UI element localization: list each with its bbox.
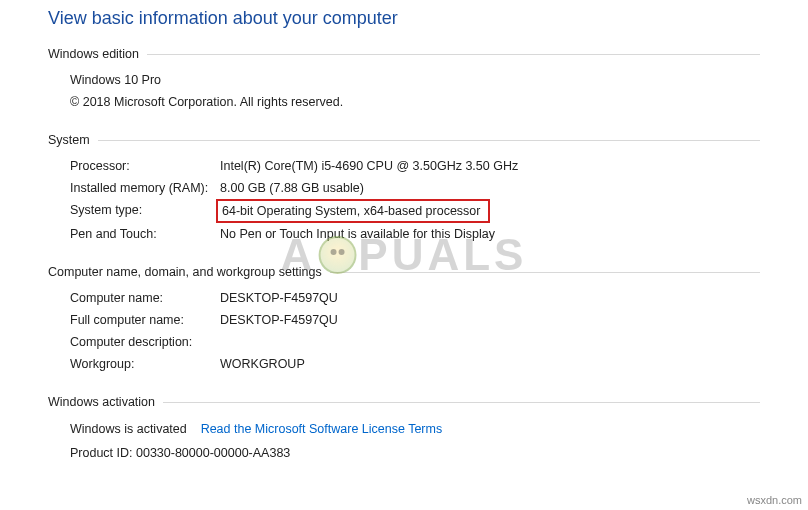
system-type-value: 64-bit Operating System, x64-based proce…	[216, 199, 490, 223]
pen-touch-value: No Pen or Touch Input is available for t…	[220, 223, 760, 245]
computer-name-label: Computer name:	[70, 287, 220, 309]
full-computer-name-value: DESKTOP-F4597QU	[220, 309, 760, 331]
copyright-text: © 2018 Microsoft Corporation. All rights…	[70, 91, 760, 113]
section-heading-system: System	[48, 133, 760, 147]
computer-description-label: Computer description:	[70, 331, 220, 353]
workgroup-value: WORKGROUP	[220, 353, 760, 375]
divider	[163, 402, 760, 403]
page-title: View basic information about your comput…	[48, 8, 760, 29]
divider	[147, 54, 760, 55]
section-heading-label: Windows edition	[48, 47, 139, 61]
section-heading-computer: Computer name, domain, and workgroup set…	[48, 265, 760, 279]
system-block: Processor: Intel(R) Core(TM) i5-4690 CPU…	[48, 153, 760, 259]
ram-value: 8.00 GB (7.88 GB usable)	[220, 177, 760, 199]
divider	[330, 272, 760, 273]
activation-block: Windows is activated Read the Microsoft …	[48, 415, 760, 471]
pen-touch-label: Pen and Touch:	[70, 223, 220, 245]
full-computer-name-label: Full computer name:	[70, 309, 220, 331]
edition-block: Windows 10 Pro © 2018 Microsoft Corporat…	[48, 67, 760, 127]
computer-name-value: DESKTOP-F4597QU	[220, 287, 760, 309]
divider	[98, 140, 760, 141]
section-heading-label: Windows activation	[48, 395, 155, 409]
workgroup-label: Workgroup:	[70, 353, 220, 375]
activation-status: Windows is activated	[70, 422, 187, 436]
processor-value: Intel(R) Core(TM) i5-4690 CPU @ 3.50GHz …	[220, 155, 760, 177]
license-terms-link[interactable]: Read the Microsoft Software License Term…	[201, 422, 443, 436]
computer-block: Computer name: DESKTOP-F4597QU Full comp…	[48, 285, 760, 389]
windows-edition-name: Windows 10 Pro	[70, 69, 760, 91]
system-type-label: System type:	[70, 199, 220, 221]
product-id-value: Product ID: 00330-80000-00000-AA383	[70, 446, 290, 460]
section-heading-activation: Windows activation	[48, 395, 760, 409]
ram-label: Installed memory (RAM):	[70, 177, 220, 199]
section-heading-label: System	[48, 133, 90, 147]
section-heading-edition: Windows edition	[48, 47, 760, 61]
source-credit: wsxdn.com	[747, 494, 802, 506]
processor-label: Processor:	[70, 155, 220, 177]
section-heading-label: Computer name, domain, and workgroup set…	[48, 265, 322, 279]
